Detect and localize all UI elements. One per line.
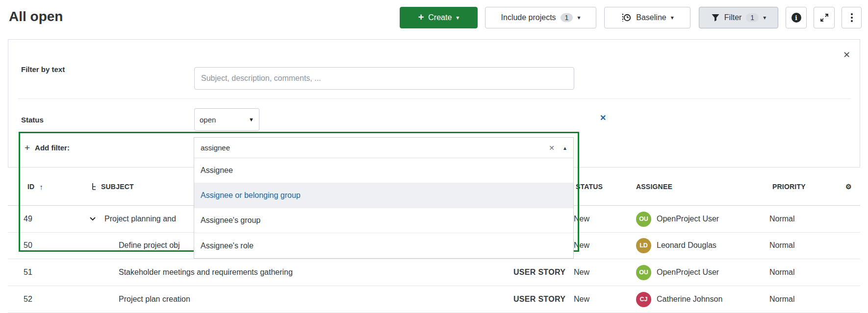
include-projects-label: Include projects: [501, 13, 556, 22]
create-button[interactable]: + Create ▾: [400, 7, 478, 28]
subject-cell[interactable]: Stakeholder meetings and requirements ga…: [119, 259, 293, 286]
subject-cell[interactable]: Project plan creation: [119, 286, 190, 313]
priority-cell[interactable]: Normal: [769, 286, 795, 313]
status-cell[interactable]: New: [574, 206, 589, 232]
work-package-id-link[interactable]: 50: [24, 232, 32, 259]
kebab-icon: [851, 13, 853, 22]
type-cell[interactable]: USER STORY: [513, 286, 565, 313]
assignee-name-cell[interactable]: OpenProject User: [657, 206, 719, 232]
plus-icon: +: [25, 143, 30, 152]
assignee-name-cell[interactable]: Leonard Douglas: [657, 232, 716, 259]
caret-up-icon[interactable]: ▴: [563, 144, 566, 151]
chevron-down-icon: ▾: [671, 15, 674, 21]
work-package-id-link[interactable]: 52: [24, 286, 32, 313]
hierarchy-icon: [91, 183, 97, 191]
avatar: LD: [636, 232, 651, 259]
panel-divider: [18, 98, 851, 99]
subject-cell[interactable]: Project planning and: [104, 206, 176, 232]
add-filter-label: Add filter:: [35, 144, 70, 152]
filter-by-text-label: Filter by text: [21, 65, 65, 73]
avatar: OU: [636, 259, 651, 286]
work-package-id-link[interactable]: 51: [24, 259, 32, 286]
chevron-down-icon: ▾: [763, 15, 766, 21]
work-packages-page: All open + Create ▾ Include projects 1 ▾…: [0, 0, 868, 313]
add-filter-options-list: AssigneeAssignee or belonging groupAssig…: [194, 158, 573, 258]
baseline-label: Baseline: [636, 13, 666, 22]
priority-cell[interactable]: Normal: [769, 232, 795, 259]
work-package-id-link[interactable]: 49: [24, 206, 32, 232]
add-filter-input[interactable]: [194, 144, 549, 152]
status-filter-label: Status: [21, 116, 44, 124]
funnel-icon: [711, 13, 720, 22]
avatar: OU: [636, 206, 651, 232]
baseline-icon: [621, 12, 632, 23]
sort-ascending-icon: ↑: [39, 183, 43, 191]
column-header-assignee[interactable]: ASSIGNEE: [636, 168, 672, 206]
status-select[interactable]: open ▼: [194, 108, 259, 131]
add-filter-option[interactable]: Assignee's group: [194, 208, 573, 233]
assignee-name-cell[interactable]: OpenProject User: [657, 259, 719, 286]
chevron-down-icon: ▾: [577, 15, 580, 21]
type-cell[interactable]: USER STORY: [513, 259, 565, 286]
include-projects-count-badge: 1: [561, 13, 573, 22]
more-options-button[interactable]: [842, 7, 862, 28]
page-title: All open: [9, 9, 63, 24]
status-cell[interactable]: New: [574, 286, 589, 313]
chevron-down-icon: ▾: [456, 15, 459, 21]
info-button[interactable]: i: [786, 7, 807, 28]
add-filter-option[interactable]: Assignee's role: [194, 233, 573, 258]
status-cell[interactable]: New: [574, 259, 589, 286]
fullscreen-button[interactable]: [814, 7, 835, 28]
column-header-priority[interactable]: PRIORITY: [772, 168, 806, 206]
column-header-subject[interactable]: SUBJECT: [91, 168, 134, 206]
create-label: Create: [428, 13, 452, 22]
baseline-button[interactable]: Baseline ▾: [604, 7, 690, 28]
filter-label: Filter: [724, 13, 742, 22]
info-icon: i: [791, 13, 801, 23]
priority-cell[interactable]: Normal: [769, 259, 795, 286]
avatar: CJ: [636, 286, 651, 313]
add-filter-option[interactable]: Assignee: [194, 158, 573, 183]
plus-icon: +: [418, 12, 424, 22]
subject-cell[interactable]: Define project obj: [119, 232, 180, 259]
filter-count-badge: 1: [746, 13, 759, 22]
include-projects-button[interactable]: Include projects 1 ▾: [485, 7, 596, 28]
filter-button[interactable]: Filter 1 ▾: [699, 7, 778, 28]
add-filter-combobox: ✕ ▴ AssigneeAssignee or belonging groupA…: [194, 137, 574, 259]
add-filter-option[interactable]: Assignee or belonging group: [194, 183, 573, 208]
status-select-value: open: [200, 116, 216, 124]
filter-by-text-input[interactable]: [194, 67, 574, 90]
table-row[interactable]: 52 Project plan creation USER STORY New …: [8, 286, 860, 313]
add-filter-row: + Add filter:: [25, 143, 70, 152]
collapse-chevron-icon[interactable]: [89, 206, 96, 232]
remove-status-filter-icon[interactable]: ✕: [600, 113, 606, 122]
assignee-name-cell[interactable]: Catherine Johnson: [657, 286, 722, 313]
priority-cell[interactable]: Normal: [769, 206, 795, 232]
clear-icon[interactable]: ✕: [549, 144, 555, 152]
expand-icon: [819, 13, 829, 23]
table-row[interactable]: 51 Stakeholder meetings and requirements…: [8, 259, 860, 286]
status-cell[interactable]: New: [574, 232, 589, 259]
close-icon[interactable]: ✕: [843, 49, 850, 60]
column-header-id[interactable]: ID ↑: [27, 168, 43, 206]
column-header-status[interactable]: STATUS: [576, 168, 603, 206]
caret-down-icon: ▼: [249, 117, 254, 122]
table-settings-gear-icon[interactable]: ⚙: [845, 168, 852, 206]
add-filter-input-row: ✕ ▴: [194, 138, 573, 158]
